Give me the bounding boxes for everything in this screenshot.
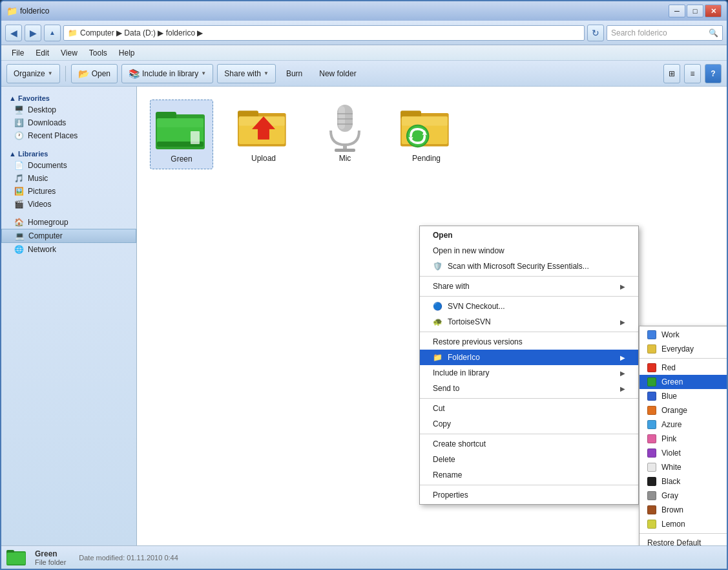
network-icon: 🌐 [14, 245, 24, 254]
cm-restore-versions[interactable]: Restore previous versions [420, 334, 638, 350]
main-content: ▲ Favorites 🖥️ Desktop ⬇️ Downloads 🕐 Re… [1, 87, 727, 545]
sidebar-item-computer[interactable]: 💻 Computer [1, 229, 136, 243]
cm-include-library[interactable]: Include in library ▶ [420, 365, 638, 381]
cm-properties[interactable]: Properties [420, 487, 638, 503]
pink-color-dot [647, 434, 656, 443]
cm-sep-6 [420, 485, 638, 485]
minimize-button[interactable]: ─ [669, 5, 685, 17]
cm-scan[interactable]: 🛡️ Scan with Microsoft Security Essentia… [420, 259, 638, 274]
include-in-library-button[interactable]: 📚 Include in library ▼ [121, 64, 213, 83]
help-button[interactable]: ? [705, 64, 722, 83]
downloads-icon: ⬇️ [14, 118, 24, 127]
libraries-header[interactable]: ▲ Libraries [1, 147, 136, 159]
title-bar-left: 📁 folderico [6, 6, 49, 16]
cm-copy[interactable]: Copy [420, 416, 638, 432]
maximize-button[interactable]: □ [687, 5, 703, 17]
black-color-dot [647, 477, 656, 486]
pending-folder-label: Pending [412, 154, 441, 163]
close-button[interactable]: ✕ [705, 5, 722, 17]
share-arrow: ▼ [264, 70, 269, 76]
cm-create-shortcut[interactable]: Create shortcut [420, 436, 638, 452]
cm-sep-5 [420, 434, 638, 434]
sidebar-item-network[interactable]: 🌐 Network [1, 243, 136, 256]
status-folder-icon [6, 547, 27, 568]
status-bar: Green File folder Date modified: 01.11.2… [1, 545, 727, 569]
search-box[interactable]: Search folderico 🔍 [607, 25, 723, 41]
folderico-arrow: ▶ [620, 354, 625, 361]
csm-work[interactable]: Work ▶ [640, 328, 727, 342]
videos-icon: 🎬 [14, 200, 24, 209]
svg-rect-3 [157, 118, 203, 127]
open-button[interactable]: 📂 Open [71, 64, 118, 83]
csm-azure[interactable]: Azure [640, 417, 727, 432]
file-item-mic[interactable]: Mic [314, 100, 376, 169]
refresh-button[interactable]: ↻ [587, 25, 604, 41]
file-item-green[interactable]: Green [150, 100, 213, 169]
view-toggle-button[interactable]: ⊞ [663, 64, 680, 83]
sidebar-item-documents[interactable]: 📄 Documents [1, 159, 136, 172]
cm-open[interactable]: Open [420, 227, 638, 243]
up-button[interactable]: ▲ [44, 25, 61, 41]
color-submenu: Work ▶ Everyday ▶ Red Green [639, 326, 727, 545]
sidebar-item-downloads[interactable]: ⬇️ Downloads [1, 116, 136, 129]
csm-pink[interactable]: Pink [640, 432, 727, 446]
menu-view[interactable]: View [56, 47, 83, 59]
cm-rename[interactable]: Rename [420, 467, 638, 483]
share-with-button[interactable]: Share with ▼ [217, 64, 276, 83]
csm-blue[interactable]: Blue [640, 389, 727, 403]
menu-tools[interactable]: Tools [84, 47, 112, 59]
green-folder-label: Green [171, 154, 192, 164]
csm-green[interactable]: Green [640, 375, 727, 389]
sidebar-item-recent-places[interactable]: 🕐 Recent Places [1, 129, 136, 142]
organize-button[interactable]: Organize ▼ [6, 64, 60, 83]
csm-red[interactable]: Red [640, 361, 727, 375]
libraries-label: Libraries [18, 150, 48, 158]
cm-send-to[interactable]: Send to ▶ [420, 381, 638, 396]
file-item-pending[interactable]: Pending [395, 100, 457, 169]
title-bar: 📁 folderico ─ □ ✕ [1, 1, 727, 21]
menu-edit[interactable]: Edit [30, 47, 54, 59]
forward-button[interactable]: ▶ [25, 25, 41, 41]
menu-file[interactable]: File [6, 47, 29, 59]
file-item-upload[interactable]: Upload [233, 100, 295, 169]
cm-open-new-window[interactable]: Open in new window [420, 243, 638, 259]
address-path[interactable]: 📁 Computer ▶ Data (D:) ▶ folderico ▶ [63, 25, 585, 41]
folderico-icon: 📁 [433, 353, 442, 362]
sidebar: ▲ Favorites 🖥️ Desktop ⬇️ Downloads 🕐 Re… [1, 87, 137, 545]
mic-icon [319, 105, 371, 151]
back-button[interactable]: ◀ [5, 25, 22, 41]
csm-brown[interactable]: Brown [640, 503, 727, 517]
other-section: 🏠 Homegroup 💻 Computer 🌐 Network [1, 216, 136, 256]
cm-folderico[interactable]: 📁 FolderIco ▶ [420, 350, 638, 365]
new-folder-button[interactable]: New folder [313, 64, 362, 83]
csm-restore-default[interactable]: Restore Default [640, 536, 727, 545]
csm-orange[interactable]: Orange [640, 403, 727, 417]
cm-delete[interactable]: Delete [420, 452, 638, 467]
desktop-icon: 🖥️ [14, 105, 24, 114]
csm-violet[interactable]: Violet [640, 446, 727, 460]
cm-svn-checkout[interactable]: 🔵 SVN Checkout... [420, 299, 638, 314]
sidebar-item-pictures[interactable]: 🖼️ Pictures [1, 185, 136, 198]
burn-button[interactable]: Burn [280, 64, 309, 83]
sidebar-item-homegroup[interactable]: 🏠 Homegroup [1, 216, 136, 229]
favorites-header[interactable]: ▲ Favorites [1, 92, 136, 103]
include-library-arrow: ▼ [201, 70, 206, 76]
csm-lemon[interactable]: Lemon [640, 517, 727, 531]
csm-gray[interactable]: Gray [640, 489, 727, 503]
file-area: Green [137, 87, 727, 545]
sidebar-item-desktop[interactable]: 🖥️ Desktop [1, 103, 136, 116]
view-details-button[interactable]: ≡ [684, 64, 701, 83]
cm-cut[interactable]: Cut [420, 401, 638, 416]
azure-color-dot [647, 420, 656, 429]
csm-everyday[interactable]: Everyday ▶ [640, 342, 727, 356]
homegroup-icon: 🏠 [14, 218, 24, 227]
menu-help[interactable]: Help [114, 47, 140, 59]
libraries-section: ▲ Libraries 📄 Documents 🎵 Music 🖼️ Pictu… [1, 147, 136, 211]
csm-black[interactable]: Black [640, 474, 727, 489]
sidebar-item-videos[interactable]: 🎬 Videos [1, 198, 136, 211]
cm-share-with[interactable]: Share with ▶ [420, 279, 638, 294]
csm-white[interactable]: White [640, 460, 727, 474]
green-color-dot [647, 377, 656, 386]
cm-tortoisesvn[interactable]: 🐢 TortoiseSVN ▶ [420, 314, 638, 330]
sidebar-item-music[interactable]: 🎵 Music [1, 172, 136, 185]
